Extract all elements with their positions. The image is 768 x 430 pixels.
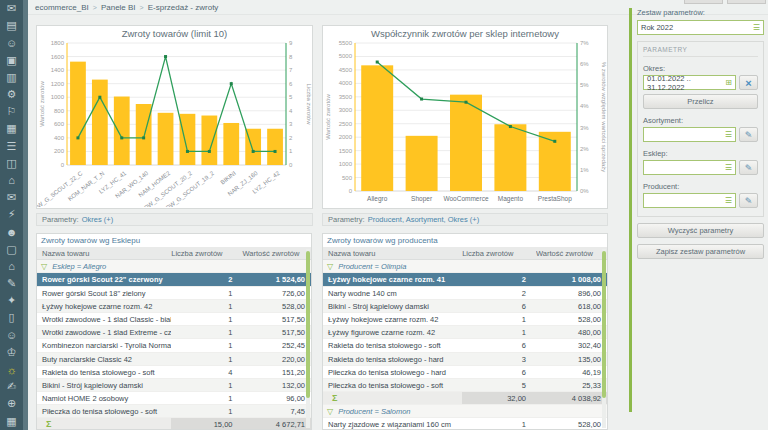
group-header-row[interactable]: ▽Esklep = Allegro bbox=[37, 260, 311, 273]
okres-input[interactable]: 01.01.2022 .. 31.12.2022 ⊞ bbox=[643, 75, 736, 90]
table-row[interactable]: Piłeczka do tenisa stołowego - hard646,1… bbox=[323, 366, 607, 379]
graduation-icon[interactable]: ♔ bbox=[0, 344, 23, 361]
group-header-row[interactable]: ▽Producent = Salomon bbox=[323, 405, 607, 418]
table-icon[interactable]: ▦ bbox=[0, 413, 23, 430]
table-row[interactable]: Piłeczka do tenisa stołowego - soft525,3… bbox=[323, 379, 607, 392]
svg-text:Liczba zwrotów: Liczba zwrotów bbox=[306, 83, 312, 125]
svg-text:1800: 1800 bbox=[51, 40, 65, 46]
edit-asortyment-button[interactable]: ✎ bbox=[739, 127, 758, 142]
table-title: Zwroty towarów wg producenta bbox=[327, 236, 607, 245]
panel-divider bbox=[629, 8, 632, 412]
chart-icon[interactable]: ▦ bbox=[0, 120, 23, 137]
bulb-icon[interactable]: ☼ bbox=[0, 361, 23, 378]
producent-label: Producent: bbox=[643, 182, 758, 191]
params-value[interactable]: Okres (+) bbox=[82, 215, 113, 224]
table-row[interactable]: Kombinezon narciarski - Tyrolia Normal12… bbox=[37, 339, 311, 352]
table-scrollbar-thumb[interactable] bbox=[306, 251, 310, 398]
mobile-icon[interactable]: ▯ bbox=[0, 309, 23, 326]
esklep-input[interactable]: ☰ bbox=[643, 160, 736, 175]
table-row[interactable]: Łyżwy hokejowe czarne rozm. 421528,00 bbox=[323, 313, 607, 326]
chart-canvas-zwroty-towarow[interactable]: 0200400600800100012001400160018000123456… bbox=[37, 39, 312, 207]
clear-okres-button[interactable]: × bbox=[739, 75, 758, 90]
asortyment-input[interactable]: ☰ bbox=[643, 127, 736, 142]
account-icon[interactable]: ☺ bbox=[0, 327, 23, 344]
table-row[interactable]: Rakieta do tenisa stołowego - soft4151,2… bbox=[37, 366, 311, 379]
toolbar-button-1[interactable] bbox=[684, 0, 723, 4]
params-panel: Zestaw parametrów: Rok 2022 ☰ PARAMETRY … bbox=[637, 8, 764, 259]
pencil-icon: ✎ bbox=[745, 163, 753, 173]
svg-text:% zwrotów względem wartości sp: % zwrotów względem wartości sprzedaży bbox=[601, 62, 607, 172]
svg-text:5: 5 bbox=[289, 94, 293, 100]
save-params-button[interactable]: Zapisz zestaw parametrów bbox=[637, 244, 764, 259]
breadcrumb-item-panels[interactable]: Panele BI bbox=[101, 3, 136, 12]
globe-icon[interactable]: ⊕ bbox=[0, 395, 23, 412]
hierarchy-icon[interactable]: ☰ bbox=[0, 138, 23, 155]
param-set-input[interactable]: Rok 2022 ☰ bbox=[637, 20, 764, 35]
frame-icon[interactable]: ▣ bbox=[0, 52, 23, 69]
sidebar-scrollbar[interactable] bbox=[23, 0, 28, 430]
okres-value: 01.01.2022 .. 31.12.2022 bbox=[647, 74, 725, 92]
sum-sigma-icon: Σ bbox=[332, 393, 337, 403]
svg-text:3: 3 bbox=[289, 121, 293, 127]
chart-canvas-wspolczynnik[interactable]: 0500100015002000250030003500400045005000… bbox=[323, 39, 607, 207]
table-row[interactable]: Narty wodne 140 cm2896,00 bbox=[323, 287, 607, 300]
params-value[interactable]: Producent, Asortyment, Okres (+) bbox=[368, 215, 480, 224]
edit-producent-button[interactable]: ✎ bbox=[739, 193, 758, 208]
table-row[interactable]: Wrotki zawodowe - 1 ślad Classic - białe… bbox=[37, 313, 311, 326]
list-icon[interactable]: ☰ bbox=[753, 23, 760, 32]
calendar-icon[interactable]: ⊞ bbox=[725, 78, 732, 87]
group-header-row[interactable]: ▽Producent = Olimpia bbox=[323, 260, 607, 273]
pencil-icon: ✎ bbox=[745, 130, 753, 140]
message-icon[interactable]: ✉ bbox=[0, 189, 23, 206]
edit-esklep-button[interactable]: ✎ bbox=[739, 160, 758, 175]
svg-text:3500: 3500 bbox=[339, 94, 353, 100]
table-row[interactable]: Rakieta do tenisa stołowego - soft6302,4… bbox=[323, 339, 607, 352]
table-row[interactable]: Bikini - Strój kąpielowy damski1132,00 bbox=[37, 379, 311, 392]
table-row[interactable]: Bikini - Strój kąpielowy damski6618,00 bbox=[323, 300, 607, 313]
svg-text:Allegro: Allegro bbox=[367, 195, 388, 203]
svg-text:Shoper: Shoper bbox=[411, 195, 433, 203]
table-row[interactable]: Wrotki zawodowe - 1 ślad Extreme - czarn… bbox=[37, 326, 311, 339]
table-row[interactable]: Narty zjazdowe z wiązaniami 160 cm1528,0… bbox=[323, 418, 607, 430]
briefcase-icon[interactable]: ◫ bbox=[0, 155, 23, 172]
table-scrollbar-thumb[interactable] bbox=[602, 251, 606, 398]
user-icon[interactable]: ☺ bbox=[0, 34, 23, 51]
producent-input[interactable]: ☰ bbox=[643, 193, 736, 208]
list-icon[interactable]: ☰ bbox=[725, 130, 732, 139]
svg-text:1600: 1600 bbox=[51, 54, 65, 60]
sum-row: Σ32,004 038,92 bbox=[323, 392, 607, 405]
home-icon[interactable]: ⌂ bbox=[0, 258, 23, 275]
mail-icon[interactable]: ✉ bbox=[0, 0, 23, 17]
vehicle-icon[interactable]: ⚙ bbox=[0, 86, 23, 103]
table-row[interactable]: Namiot HOME 2 osobowy196,00 bbox=[37, 392, 311, 405]
documents-icon[interactable]: ▥ bbox=[0, 69, 23, 86]
clear-params-button[interactable]: Wyczyść parametry bbox=[637, 223, 764, 238]
table-row[interactable]: Buty narciarskie Classic 421220,00 bbox=[37, 353, 311, 366]
key-icon[interactable]: ✦ bbox=[0, 292, 23, 309]
list-icon[interactable]: ☰ bbox=[725, 196, 732, 205]
database-icon[interactable]: ▤ bbox=[0, 17, 23, 34]
edit-icon[interactable]: ✍ bbox=[0, 378, 23, 395]
svg-text:0: 0 bbox=[349, 188, 353, 194]
table-row[interactable]: Rower górski Scout 18" zielony1726,00 bbox=[37, 287, 311, 300]
toolbar-button-2[interactable] bbox=[727, 0, 766, 4]
table-row[interactable]: Piłeczka do tenisa stołowego - soft17,45 bbox=[37, 405, 311, 418]
table-header-row: Nazwa towaruLiczba zwrotówWartość zwrotó… bbox=[323, 247, 607, 260]
list-icon[interactable]: ☰ bbox=[725, 163, 732, 172]
breadcrumb-item-root[interactable]: ecommerce_BI bbox=[35, 3, 89, 12]
people-icon[interactable]: ☻ bbox=[0, 223, 23, 240]
table-row[interactable]: Łyżwy figurowe czarne rozm. 421480,00 bbox=[323, 326, 607, 339]
table-row[interactable]: Rower górski Scout 22" czerwony21 524,60 bbox=[37, 273, 311, 286]
esklep-label: Esklep: bbox=[643, 149, 758, 158]
recalculate-button[interactable]: Przelicz bbox=[643, 94, 758, 109]
table-row[interactable]: Łyżwy hokejowe czarne rozm. 421528,00 bbox=[37, 300, 311, 313]
plug-icon[interactable]: ⚡ bbox=[0, 206, 23, 223]
cart-icon[interactable]: ⚐ bbox=[0, 103, 23, 120]
table-row[interactable]: Rakieta do tenisa stołowego - hard3135,0… bbox=[323, 353, 607, 366]
building-icon[interactable]: ⌂ bbox=[0, 172, 23, 189]
table-scrollbar-track bbox=[306, 249, 310, 428]
pencil-icon[interactable]: ✎ bbox=[0, 275, 23, 292]
monitor-icon[interactable]: ▢ bbox=[0, 241, 23, 258]
table-row[interactable]: Łyżwy hokejowe czarne rozm. 4121 008,00 bbox=[323, 273, 607, 286]
svg-text:3000: 3000 bbox=[339, 107, 353, 113]
